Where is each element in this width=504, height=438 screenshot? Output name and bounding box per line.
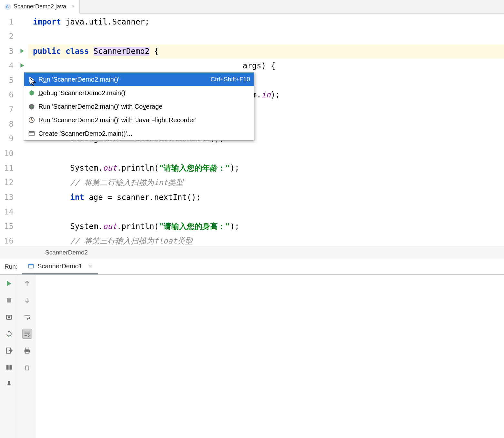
line-number: 9: [0, 132, 16, 146]
menu-item-jfr[interactable]: Run 'ScannerDemo2.main()' with 'Java Fli…: [24, 113, 254, 127]
scroll-up-button[interactable]: [22, 279, 32, 288]
menu-item-coverage[interactable]: Run 'ScannerDemo2.main()' with Coverage: [24, 100, 254, 113]
java-class-icon: C: [5, 4, 11, 10]
line-number: 13: [0, 190, 16, 205]
line-number: 7: [0, 103, 16, 117]
line-number-gutter: 1 2 3 4 5 6 7 8 9 10 11 12 13 14 15 16: [0, 14, 16, 246]
line-number: 1: [0, 15, 16, 29]
menu-label: Run 'ScannerDemo2.main()' with 'Java Fli…: [38, 116, 250, 124]
clear-button[interactable]: [22, 363, 32, 372]
layout-button[interactable]: [4, 363, 14, 372]
application-icon: [28, 263, 34, 269]
line-number: 5: [0, 73, 16, 88]
run-gutter-icon[interactable]: [19, 48, 25, 55]
run-panel-label: Run:: [0, 263, 22, 270]
svg-point-8: [8, 316, 10, 318]
svg-rect-10: [6, 365, 8, 370]
code-line: int age = scanner.nextInt();: [28, 190, 504, 205]
stop-button[interactable]: [4, 295, 14, 305]
close-icon[interactable]: ×: [89, 263, 92, 270]
scroll-down-button[interactable]: [22, 295, 32, 305]
run-header: Run: ScannerDemo1 ×: [0, 259, 504, 275]
svg-rect-12: [25, 348, 29, 350]
run-context-menu: Run 'ScannerDemo2.main()' Ctrl+Shift+F10…: [24, 72, 254, 141]
svg-rect-6: [7, 298, 11, 303]
svg-rect-11: [9, 365, 12, 370]
code-line: [28, 146, 504, 161]
console-output[interactable]: [36, 275, 504, 438]
line-number: 2: [0, 29, 16, 44]
menu-label: Run 'ScannerDemo2.main()': [38, 76, 207, 83]
line-number: 6: [0, 88, 16, 102]
run-tab[interactable]: ScannerDemo1 ×: [22, 259, 98, 274]
line-number: 15: [0, 219, 16, 234]
line-number: 16: [0, 234, 16, 248]
run-gutter-icon[interactable]: [19, 63, 25, 69]
soft-wrap-button[interactable]: [22, 312, 32, 322]
tab-filename: ScannerDemo2.java: [14, 3, 66, 10]
svg-rect-5: [29, 264, 34, 265]
restart-button[interactable]: [4, 329, 14, 339]
close-icon[interactable]: ×: [71, 3, 75, 10]
menu-item-debug[interactable]: Debug 'ScannerDemo2.main()': [24, 86, 254, 100]
code-line: public class ScannerDemo2 {: [28, 44, 504, 59]
code-line: [28, 29, 504, 44]
run-toolbar-primary: [0, 275, 18, 438]
coverage-icon: [28, 103, 35, 110]
code-line: // 将第三行输入扫描为float类型: [28, 234, 504, 248]
pin-button[interactable]: [4, 379, 14, 389]
menu-item-run[interactable]: Run 'ScannerDemo2.main()' Ctrl+Shift+F10: [24, 73, 254, 86]
editor-tab[interactable]: C ScannerDemo2.java ×: [0, 0, 80, 14]
menu-label: Run 'ScannerDemo2.main()' with Coverage: [38, 103, 250, 110]
debug-icon: [28, 89, 35, 96]
print-button[interactable]: [22, 346, 32, 355]
dump-threads-button[interactable]: [4, 312, 14, 322]
menu-item-create[interactable]: Create 'ScannerDemo2.main()'...: [24, 127, 254, 140]
code-line: System.out.println("请输入您的年龄：");: [28, 161, 504, 175]
svg-rect-14: [25, 352, 29, 353]
scroll-to-end-button[interactable]: [22, 329, 32, 339]
code-line: // 将第二行输入扫描为int类型: [28, 175, 504, 190]
code-line: System.out.println("请输入您的身高：");: [28, 219, 504, 234]
menu-shortcut: Ctrl+Shift+F10: [211, 76, 250, 83]
line-number: 10: [0, 146, 16, 161]
run-tab-label: ScannerDemo1: [37, 263, 82, 270]
profiler-icon: [28, 116, 35, 124]
editor-tab-bar: C ScannerDemo2.java ×: [0, 0, 504, 14]
menu-label: Create 'ScannerDemo2.main()'...: [38, 130, 250, 137]
line-number: 11: [0, 161, 16, 175]
line-number: 8: [0, 117, 16, 132]
run-icon: [28, 76, 35, 83]
run-tool-window: Run: ScannerDemo1 ×: [0, 259, 504, 438]
line-number: 12: [0, 175, 16, 190]
code-line: [28, 205, 504, 219]
breadcrumb-item[interactable]: ScannerDemo2: [45, 249, 88, 256]
line-number: 3: [0, 44, 16, 59]
create-config-icon: [28, 130, 35, 137]
menu-label: Debug 'ScannerDemo2.main()': [38, 89, 250, 97]
svg-rect-3: [29, 131, 35, 133]
line-number: 14: [0, 205, 16, 219]
run-toolbar-secondary: [18, 275, 36, 438]
rerun-button[interactable]: [4, 279, 14, 288]
exit-button[interactable]: [4, 346, 14, 355]
line-number: 4: [0, 59, 16, 73]
code-line: args) {: [28, 59, 504, 73]
code-line: import java.util.Scanner;: [28, 15, 504, 29]
code-editor[interactable]: 1 2 3 4 5 6 7 8 9 10 11 12 13 14 15 16: [0, 14, 504, 246]
